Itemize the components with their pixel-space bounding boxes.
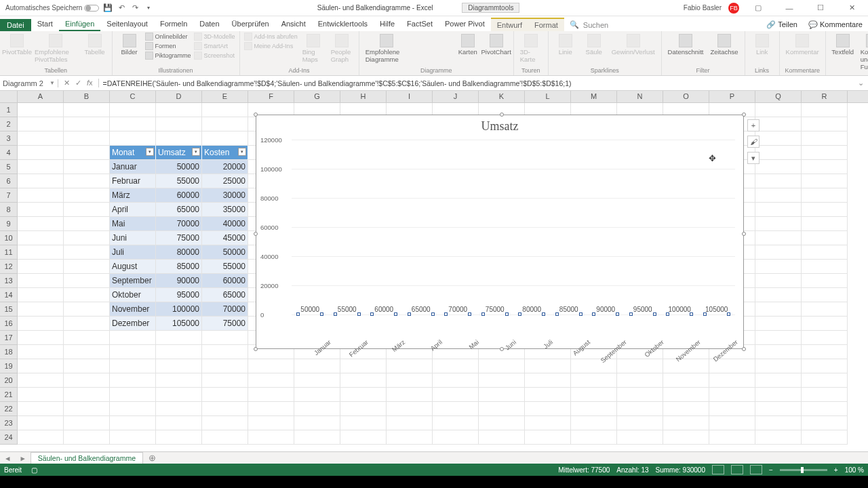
data-label[interactable]: 55000	[338, 306, 357, 313]
data-label[interactable]: 105000	[705, 306, 728, 313]
cell[interactable]: 100000	[156, 302, 202, 317]
cell[interactable]	[248, 373, 294, 388]
cell[interactable]	[18, 231, 64, 245]
zoom-level[interactable]: 100 %	[845, 466, 864, 474]
cell[interactable]: Monat▾	[110, 146, 156, 160]
cell[interactable]: 105000	[156, 317, 202, 331]
tab-entwicklertools[interactable]: Entwicklertools	[312, 18, 374, 31]
pagebreak-view-icon[interactable]	[750, 465, 762, 474]
col-header[interactable]: D	[156, 91, 202, 102]
row-header[interactable]: 21	[0, 388, 17, 402]
row-header[interactable]: 17	[0, 331, 17, 345]
cell[interactable]	[525, 402, 571, 416]
online-pictures-button[interactable]: Onlinebilder	[145, 33, 191, 41]
cell[interactable]	[663, 416, 709, 430]
formula-input[interactable]: =DATENREIHE('Säulen- und Balkendiagramme…	[99, 79, 854, 87]
chart-styles-button[interactable]: 🖌	[747, 136, 760, 148]
cell[interactable]	[802, 345, 848, 359]
cell[interactable]	[479, 373, 525, 388]
cell[interactable]	[110, 131, 156, 146]
cell[interactable]: 45000	[202, 231, 248, 245]
row-header[interactable]: 13	[0, 274, 17, 288]
cell[interactable]: 70000	[202, 302, 248, 317]
cell[interactable]: September	[110, 274, 156, 288]
cell[interactable]	[156, 402, 202, 416]
cell[interactable]: 55000	[202, 260, 248, 274]
cell[interactable]	[202, 359, 248, 373]
cell[interactable]	[755, 388, 802, 402]
row-header[interactable]: 3	[0, 131, 17, 146]
data-label[interactable]: 90000	[596, 306, 615, 313]
cell[interactable]	[755, 430, 802, 445]
cell[interactable]	[709, 388, 755, 402]
cell[interactable]	[64, 288, 110, 302]
cell[interactable]	[18, 388, 64, 402]
col-header[interactable]: I	[387, 91, 433, 102]
recommended-charts-button[interactable]: Empfohlene Diagramme	[363, 33, 410, 64]
cell[interactable]: 90000	[156, 274, 202, 288]
cell[interactable]	[340, 373, 387, 388]
cell[interactable]: Februar	[110, 174, 156, 188]
cell[interactable]	[18, 345, 64, 359]
search-label[interactable]: Suchen	[580, 19, 611, 31]
cell[interactable]	[525, 373, 571, 388]
cell[interactable]	[18, 160, 64, 174]
cell[interactable]	[64, 345, 110, 359]
cell[interactable]	[202, 103, 248, 117]
row-header[interactable]: 4	[0, 146, 17, 160]
cell[interactable]: August	[110, 260, 156, 274]
cell[interactable]	[433, 373, 479, 388]
cell[interactable]	[110, 345, 156, 359]
cell[interactable]	[248, 430, 294, 445]
cell[interactable]: Kosten▾	[202, 146, 248, 160]
cell[interactable]	[525, 388, 571, 402]
pictures-button[interactable]: Bilder	[117, 33, 142, 57]
pagelayout-view-icon[interactable]	[731, 465, 743, 474]
cell[interactable]	[156, 103, 202, 117]
cell[interactable]	[755, 359, 802, 373]
cell[interactable]	[709, 402, 755, 416]
cell[interactable]	[64, 331, 110, 345]
cell[interactable]	[156, 388, 202, 402]
cell[interactable]	[755, 331, 802, 345]
sheet-tab[interactable]: Säulen- und Balkendiagramme	[31, 452, 143, 464]
cell[interactable]	[18, 188, 64, 203]
cell[interactable]	[64, 231, 110, 245]
cell[interactable]	[802, 416, 848, 430]
cell[interactable]	[110, 117, 156, 131]
col-header[interactable]: E	[202, 91, 248, 102]
col-header[interactable]: Q	[755, 91, 802, 102]
cell[interactable]	[18, 359, 64, 373]
chart-elements-button[interactable]: +	[747, 119, 760, 131]
cell[interactable]	[755, 245, 802, 260]
cell[interactable]	[571, 430, 617, 445]
cell[interactable]	[110, 402, 156, 416]
slicer-button[interactable]: Datenschnitt	[666, 33, 706, 57]
cell[interactable]	[110, 103, 156, 117]
cell[interactable]	[64, 388, 110, 402]
cell[interactable]: Januar	[110, 160, 156, 174]
cell[interactable]	[202, 345, 248, 359]
row-header[interactable]: 16	[0, 317, 17, 331]
cell[interactable]: 85000	[156, 260, 202, 274]
cell[interactable]	[156, 331, 202, 345]
row-header[interactable]: 14	[0, 288, 17, 302]
macro-record-icon[interactable]: ▢	[31, 466, 37, 474]
cell[interactable]	[18, 302, 64, 317]
sheet-nav-next[interactable]: ►	[15, 454, 30, 462]
cell[interactable]: 55000	[156, 174, 202, 188]
cell[interactable]	[294, 402, 340, 416]
row-header[interactable]: 6	[0, 174, 17, 188]
cancel-formula-icon[interactable]: ✕	[64, 79, 70, 87]
cell[interactable]	[755, 345, 802, 359]
cell[interactable]	[18, 174, 64, 188]
name-box[interactable]: Diagramm 2▼	[0, 79, 58, 87]
cell[interactable]: 60000	[156, 188, 202, 203]
data-label[interactable]: 70000	[448, 306, 467, 313]
cell[interactable]	[802, 117, 848, 131]
cell[interactable]	[18, 245, 64, 260]
cell[interactable]	[64, 302, 110, 317]
cell[interactable]	[156, 131, 202, 146]
shapes-button[interactable]: Formen	[145, 42, 191, 50]
select-all-corner[interactable]	[0, 91, 18, 102]
